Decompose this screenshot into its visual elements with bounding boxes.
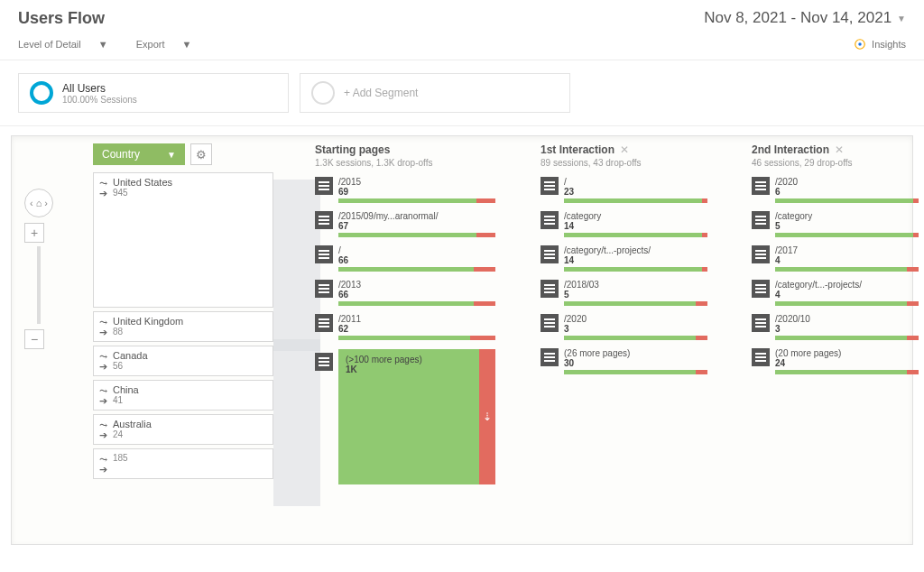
dimension-settings-button[interactable]: ⚙ xyxy=(190,143,212,165)
flow-node[interactable]: /2015/09/my...aranormal/67 xyxy=(315,211,495,237)
page-icon xyxy=(315,245,333,263)
flow-node[interactable]: /2018/035 xyxy=(541,280,707,306)
flow-node[interactable]: (26 more pages)30 xyxy=(541,348,707,374)
flow-node-path: /2011 xyxy=(338,314,474,324)
source-node[interactable]: ⤳➔185 xyxy=(93,448,273,479)
flow-node-count: 4 xyxy=(775,255,919,265)
page-icon xyxy=(752,177,770,195)
column-starting-pages: Starting pages1.3K sessions, 1.3K drop-o… xyxy=(315,143,495,484)
nav-controls: ‹ ⌂ › + − xyxy=(24,189,53,349)
flow-node-count: 14 xyxy=(564,221,707,231)
flow-node-path: /2013 xyxy=(338,280,474,290)
source-list: ⤳➔United States945⤳➔United Kingdom88⤳➔Ca… xyxy=(93,172,273,483)
flow-node-path: / xyxy=(338,245,474,255)
source-node[interactable]: ⤳➔Canada56 xyxy=(93,346,273,376)
chevron-down-icon: ▼ xyxy=(897,14,906,23)
flow-node-path: /2015 xyxy=(338,177,474,187)
flow-node[interactable]: /20206 xyxy=(752,177,919,203)
page-icon xyxy=(541,348,559,366)
segment-all-users[interactable]: All Users 100.00% Sessions xyxy=(18,73,289,113)
column-title: 2nd Interaction✕ xyxy=(752,143,919,156)
flow-node-path: (26 more pages) xyxy=(564,348,699,358)
flow-node-count: 5 xyxy=(564,290,707,300)
flow-node[interactable]: /category/t...-projects/4 xyxy=(752,280,919,306)
flow-node-count: 67 xyxy=(338,221,495,231)
flow-node-path: /2020/10 xyxy=(775,314,910,324)
flow-node-count: 30 xyxy=(564,358,707,368)
flow-node[interactable]: (20 more pages)24 xyxy=(752,348,919,374)
source-name: United Kingdom xyxy=(113,316,183,327)
flow-node-more[interactable]: (>100 more pages)1K⇣ xyxy=(315,349,495,484)
close-icon[interactable]: ✕ xyxy=(835,143,844,156)
add-segment-button[interactable]: + Add Segment xyxy=(300,73,570,113)
flow-node[interactable]: /category14 xyxy=(541,211,707,237)
flow-node-count: 5 xyxy=(775,221,919,231)
flow-node[interactable]: /23 xyxy=(541,177,707,203)
chevron-down-icon: ▼ xyxy=(182,39,192,50)
flow-node-path: /category/t...-projects/ xyxy=(564,245,699,255)
page-icon xyxy=(752,211,770,229)
flow-node[interactable]: /category5 xyxy=(752,211,919,237)
level-of-detail-menu[interactable]: Level of Detail ▼ xyxy=(18,39,124,50)
add-segment-label: + Add Segment xyxy=(344,87,418,99)
arrow-icon: ⤳➔ xyxy=(99,420,107,440)
date-range-selector[interactable]: Nov 8, 2021 - Nov 14, 2021 ▼ xyxy=(704,9,906,27)
gear-icon: ⚙ xyxy=(196,148,207,161)
zoom-out-button[interactable]: − xyxy=(24,329,44,349)
flow-node-count: 3 xyxy=(775,324,919,334)
flow-node-path: /2015/09/my...aranormal/ xyxy=(338,211,474,221)
page-icon xyxy=(541,211,559,229)
dropoff-indicator: ⇣ xyxy=(479,349,495,484)
zoom-slider[interactable] xyxy=(37,246,41,324)
flow-node[interactable]: /201366 xyxy=(315,280,495,306)
flow-node-path: (>100 more pages) xyxy=(346,355,472,364)
column-2nd-interaction: 2nd Interaction✕46 sessions, 29 drop-off… xyxy=(752,143,919,374)
page-icon xyxy=(315,314,333,332)
column-title: 1st Interaction✕ xyxy=(541,143,707,156)
segment-swatch xyxy=(30,81,53,105)
add-segment-swatch xyxy=(311,81,335,105)
dimension-select[interactable]: Country ▼ xyxy=(93,143,185,165)
source-node[interactable]: ⤳➔Australia24 xyxy=(93,414,273,445)
close-icon[interactable]: ✕ xyxy=(620,143,629,156)
column-subtitle: 46 sessions, 29 drop-offs xyxy=(752,158,919,168)
export-menu[interactable]: Export ▼ xyxy=(136,39,205,50)
insights-icon xyxy=(854,38,866,51)
flow-node[interactable]: /2020/103 xyxy=(752,314,919,340)
zoom-in-button[interactable]: + xyxy=(24,223,44,243)
page-icon xyxy=(752,348,770,366)
home-button[interactable]: ‹ ⌂ › xyxy=(24,189,53,217)
segment-subtitle: 100.00% Sessions xyxy=(62,95,137,105)
arrow-icon: ⤳➔ xyxy=(99,318,107,337)
flow-node-path: /2020 xyxy=(564,314,699,324)
flow-node[interactable]: /66 xyxy=(315,245,495,272)
page-title: Users Flow xyxy=(18,9,105,28)
flow-node-count: 23 xyxy=(564,187,707,197)
column-subtitle: 89 sessions, 43 drop-offs xyxy=(541,158,707,168)
page-icon xyxy=(541,245,559,263)
users-flow-canvas[interactable]: ‹ ⌂ › + − Country ▼ ⚙ ⤳➔United States945… xyxy=(11,135,913,545)
flow-node-path: /2020 xyxy=(775,177,910,187)
insights-button[interactable]: Insights xyxy=(854,38,906,51)
flow-node-count: 4 xyxy=(775,290,919,300)
flow-node[interactable]: /category/t...-projects/14 xyxy=(541,245,707,272)
page-icon xyxy=(315,280,333,298)
source-node[interactable]: ⤳➔United States945 xyxy=(93,172,273,308)
page-icon xyxy=(315,177,333,195)
source-node[interactable]: ⤳➔China41 xyxy=(93,380,273,411)
flow-node[interactable]: /20203 xyxy=(541,314,707,340)
flow-node-path: /2018/03 xyxy=(564,280,699,290)
level-of-detail-label: Level of Detail xyxy=(18,39,81,50)
flow-node-count: 3 xyxy=(564,324,707,334)
flow-node[interactable]: /20174 xyxy=(752,245,919,272)
source-node[interactable]: ⤳➔United Kingdom88 xyxy=(93,311,273,342)
flow-node-path: /category xyxy=(564,211,699,221)
page-icon xyxy=(752,245,770,263)
page-icon xyxy=(541,177,559,195)
source-name: Australia xyxy=(113,419,152,429)
source-name: China xyxy=(113,384,139,395)
column-subtitle: 1.3K sessions, 1.3K drop-offs xyxy=(315,158,495,168)
flow-node[interactable]: /201162 xyxy=(315,314,495,340)
flow-node[interactable]: /201569 xyxy=(315,177,495,203)
column-1st-interaction: 1st Interaction✕89 sessions, 43 drop-off… xyxy=(541,143,707,374)
